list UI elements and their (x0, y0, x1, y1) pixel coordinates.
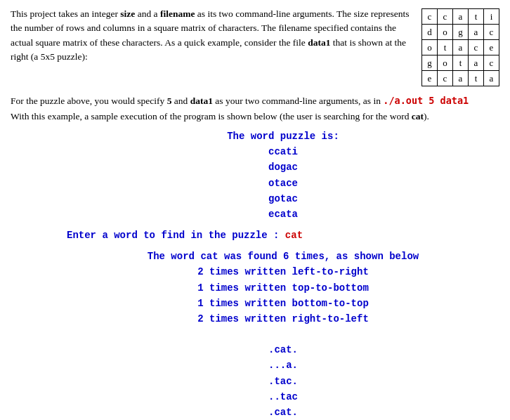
matrix-cell: t (469, 71, 484, 86)
intro-text2: and a (135, 8, 160, 19)
matrix-cell: c (438, 71, 453, 86)
matrix-cell: i (484, 9, 499, 25)
count-row: 2 times written right-to-left (67, 311, 499, 327)
prompt1-text: Enter a word to find in the puzzle : (67, 230, 285, 241)
grid-row: .tac. (67, 374, 499, 389)
grid-row: .cat. (67, 342, 499, 357)
puzzle-desc2: and (171, 96, 190, 106)
matrix-cell: e (484, 40, 499, 55)
puzzle-desc1: For the puzzle above, you would specify (11, 96, 167, 106)
intro-filename-bold: filename (160, 8, 195, 19)
puzzle-row: dogac (67, 159, 499, 175)
matrix-cell: c (469, 40, 484, 55)
intro-section: This project takes an integer size and a… (11, 7, 499, 86)
intro-text1: This project takes an integer (11, 8, 120, 19)
count-row: 1 times written top-to-bottom (67, 280, 499, 296)
prompt1-line: Enter a word to find in the puzzle : cat (67, 228, 499, 243)
sample-line: With this example, a sample execution of… (11, 110, 499, 124)
intro-data1-bold: data1 (308, 37, 330, 48)
found-line: The word cat was found 6 times, as shown… (67, 249, 499, 264)
intro-text: This project takes an integer size and a… (11, 7, 413, 86)
user-word1: cat (285, 230, 303, 241)
matrix-cell: o (422, 40, 438, 55)
matrix-cell: c (422, 9, 438, 25)
matrix-cell: t (453, 55, 469, 71)
sample-line1: With this example, a sample execution of… (11, 111, 412, 122)
puzzle-row: otace (67, 176, 499, 191)
cat-bold: cat (412, 111, 424, 122)
puzzle-row: ccati (67, 144, 499, 159)
matrix-cell: d (422, 25, 438, 40)
matrix-table: ccatidogacotacegotacecata (421, 8, 499, 86)
matrix-cell: c (484, 25, 499, 40)
grid-container: .cat....a..tac...tac.cat. (67, 342, 499, 420)
count-row: 1 times written bottom-to-top (67, 296, 499, 311)
matrix-cell: t (469, 9, 484, 25)
matrix-cell: a (453, 71, 469, 86)
puzzle-desc3: as your two command-line arguments, as i… (213, 96, 383, 106)
matrix-cell: g (453, 25, 469, 40)
matrix-cell: o (438, 25, 453, 40)
intro-size-bold: size (120, 8, 135, 19)
matrix-cell: o (438, 55, 453, 71)
puzzle-desc: For the puzzle above, you would specify … (11, 93, 499, 108)
matrix-cell: g (422, 55, 438, 71)
puzzle-row: gotac (67, 191, 499, 206)
grid-row: ...a. (67, 357, 499, 373)
grid-row: ..tac (67, 389, 499, 405)
puzzle-title: The word puzzle is: (67, 129, 499, 144)
found-output: The word cat was found 6 times, as shown… (67, 249, 499, 420)
matrix-cell: a (484, 71, 499, 86)
puzzle-row: ecata (67, 206, 499, 222)
matrix-cell: a (469, 55, 484, 71)
count-row: 2 times written left-to-right (67, 264, 499, 280)
matrix-cell: c (438, 9, 453, 25)
matrix-cell: t (438, 40, 453, 55)
program-output: The word puzzle is: ccatidogacotacegotac… (67, 129, 499, 223)
sample-line2: ). (424, 111, 429, 122)
counts-container: 2 times written left-to-right1 times wri… (67, 264, 499, 327)
matrix-cell: e (422, 71, 438, 86)
puzzle-rows-container: ccatidogacotacegotacecata (67, 144, 499, 223)
grid-row: .cat. (67, 405, 499, 420)
command-text: ./a.out 5 data1 (383, 95, 469, 106)
matrix-cell: c (484, 55, 499, 71)
matrix-cell: a (453, 9, 469, 25)
matrix-cell: a (453, 40, 469, 55)
data1-bold2: data1 (190, 96, 213, 106)
matrix-cell: a (469, 25, 484, 40)
